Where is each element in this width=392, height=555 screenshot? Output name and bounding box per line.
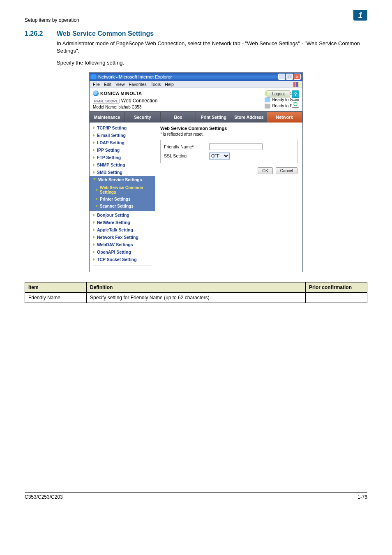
tab-maintenance[interactable]: Maintenance <box>90 112 125 123</box>
tab-strip: Maintenance Security Box Print Setting S… <box>90 112 302 123</box>
sidebar-item-openapi[interactable]: OpenAPI Setting <box>90 248 155 256</box>
chapter-badge: 1 <box>353 10 367 21</box>
sidebar-item-webdav[interactable]: WebDAV Settings <box>90 241 155 248</box>
chevron-right-icon <box>93 134 95 137</box>
refresh-button[interactable] <box>292 100 299 108</box>
chevron-right-icon <box>93 141 95 144</box>
refresh-icon <box>293 102 298 106</box>
chevron-right-icon <box>93 171 95 174</box>
chevron-right-icon <box>93 221 95 224</box>
friendly-name-label: Friendly Name* <box>164 144 209 149</box>
sidebar-item-smb[interactable]: SMB Setting <box>90 169 155 176</box>
ssl-setting-select[interactable]: OFF <box>209 153 230 160</box>
sidebar-item-tcpsocket[interactable]: TCP Socket Setting <box>90 256 155 263</box>
th-definition: Definition <box>87 282 306 292</box>
section-title: Web Service Common Settings <box>57 30 154 37</box>
cancel-button[interactable]: Cancel <box>276 167 297 174</box>
globe-icon <box>93 90 99 96</box>
footer-page: 1-76 <box>357 494 367 500</box>
sidebar-item-label: LDAP Setting <box>97 140 125 145</box>
sidebar-item-label: Printer Settings <box>100 197 130 201</box>
content-panel: Web Service Common Settings * is reflect… <box>155 123 302 272</box>
chevron-right-icon <box>96 198 98 200</box>
menu-view[interactable]: View <box>115 82 125 87</box>
windows-flag-icon <box>293 82 299 87</box>
ok-button[interactable]: OK <box>258 167 272 174</box>
chevron-right-icon <box>93 243 95 246</box>
tab-store-address[interactable]: Store Address <box>231 112 267 123</box>
th-item: Item <box>25 282 87 292</box>
sidebar-item-ftp[interactable]: FTP Setting <box>90 154 155 161</box>
sidebar-item-label: E-mail Setting <box>97 133 126 138</box>
menu-favorites[interactable]: Favorites <box>129 82 147 87</box>
breadcrumb: Setup items by operation <box>25 17 79 23</box>
sidebar-subitem-scanner[interactable]: Scanner Settings <box>90 203 155 210</box>
menu-help[interactable]: Help <box>165 82 174 87</box>
chevron-right-icon <box>93 228 95 231</box>
reset-note: * is reflected after reset. <box>160 132 297 136</box>
sidebar-item-snmp[interactable]: SNMP Setting <box>90 161 155 169</box>
pagescope-label: Web Connection <box>121 98 158 104</box>
sidebar-subgroup-web-service: Web Service Common Settings Printer Sett… <box>90 183 155 211</box>
td-prior <box>306 292 367 303</box>
browser-menubar: File Edit View Favorites Tools Help <box>90 81 302 88</box>
sidebar-item-label: AppleTalk Setting <box>97 227 133 232</box>
chevron-right-icon <box>93 163 95 166</box>
definition-table: Item Definition Prior confirmation Frien… <box>25 282 367 303</box>
minimize-button[interactable]: – <box>278 74 285 80</box>
sidebar-item-ipp[interactable]: IPP Setting <box>90 146 155 154</box>
sidebar-item-tcpip[interactable]: TCP/IP Setting <box>90 124 155 132</box>
menu-file[interactable]: File <box>93 82 100 87</box>
th-prior: Prior confirmation <box>306 282 367 292</box>
menu-tools[interactable]: Tools <box>151 82 161 87</box>
brand-label: KONICA MINOLTA <box>100 91 142 96</box>
sidebar-item-appletalk[interactable]: AppleTalk Setting <box>90 226 155 234</box>
maximize-button[interactable]: □ <box>286 74 293 80</box>
footer-model: C353/C253/C203 <box>25 494 63 500</box>
table-row: Friendly Name Specify setting for Friend… <box>25 292 367 303</box>
sidebar-item-ldap[interactable]: LDAP Setting <box>90 139 155 146</box>
chevron-right-icon <box>93 213 95 217</box>
ie-icon <box>91 74 96 79</box>
browser-titlebar: Network - Microsoft Internet Explorer – … <box>90 73 302 81</box>
chevron-right-icon <box>96 189 98 191</box>
tab-print-setting[interactable]: Print Setting <box>196 112 231 123</box>
sidebar-item-label: Web Service Common Settings <box>100 185 153 194</box>
tab-network[interactable]: Network <box>267 112 302 123</box>
friendly-name-input[interactable] <box>209 143 263 150</box>
sidebar-item-networkfax[interactable]: Network Fax Setting <box>90 234 155 241</box>
content-heading: Web Service Common Settings <box>160 126 297 131</box>
sidebar-subitem-common[interactable]: Web Service Common Settings <box>90 184 155 196</box>
app-header: KONICA MINOLTA PAGE SCOPE Web Connection… <box>90 88 302 112</box>
chevron-right-icon <box>93 250 95 254</box>
td-item: Friendly Name <box>25 292 87 303</box>
close-button[interactable]: × <box>294 74 301 80</box>
chevron-right-icon <box>93 236 95 239</box>
sidebar-item-netware[interactable]: NetWare Setting <box>90 219 155 226</box>
browser-title: Network - Microsoft Internet Explorer <box>98 74 172 79</box>
sidebar-item-label: TCP/IP Setting <box>97 125 127 130</box>
model-name: Model Name: bizhub C353 <box>93 105 261 109</box>
sidebar-item-label: IPP Setting <box>97 148 120 153</box>
sidebar-divider <box>93 266 152 266</box>
sidebar: TCP/IP Setting E-mail Setting LDAP Setti… <box>90 123 155 272</box>
sidebar-item-email[interactable]: E-mail Setting <box>90 132 155 139</box>
settings-fieldset: Friendly Name* SSL Setting OFF <box>160 140 297 163</box>
chevron-right-icon <box>93 126 95 130</box>
tab-box[interactable]: Box <box>161 112 196 123</box>
help-button[interactable]: ? <box>292 90 299 98</box>
sidebar-item-web-service[interactable]: Web Service Settings <box>90 176 155 183</box>
sidebar-item-label: Web Service Settings <box>98 177 142 182</box>
sidebar-item-label: WebDAV Settings <box>97 242 133 247</box>
menu-edit[interactable]: Edit <box>104 82 111 87</box>
pagescope-logo: PAGE SCOPE <box>93 99 120 104</box>
sidebar-subitem-printer[interactable]: Printer Settings <box>90 196 155 203</box>
td-definition: Specify setting for Friendly Name (up to… <box>87 292 306 303</box>
browser-window: Network - Microsoft Internet Explorer – … <box>89 72 303 272</box>
sidebar-item-label: Network Fax Setting <box>97 235 138 240</box>
tab-security[interactable]: Security <box>125 112 160 123</box>
sidebar-item-bonjour[interactable]: Bonjour Setting <box>90 211 155 219</box>
sidebar-item-label: Bonjour Setting <box>97 213 129 217</box>
sidebar-item-label: TCP Socket Setting <box>97 257 137 262</box>
logout-button[interactable]: Logout <box>267 90 290 97</box>
